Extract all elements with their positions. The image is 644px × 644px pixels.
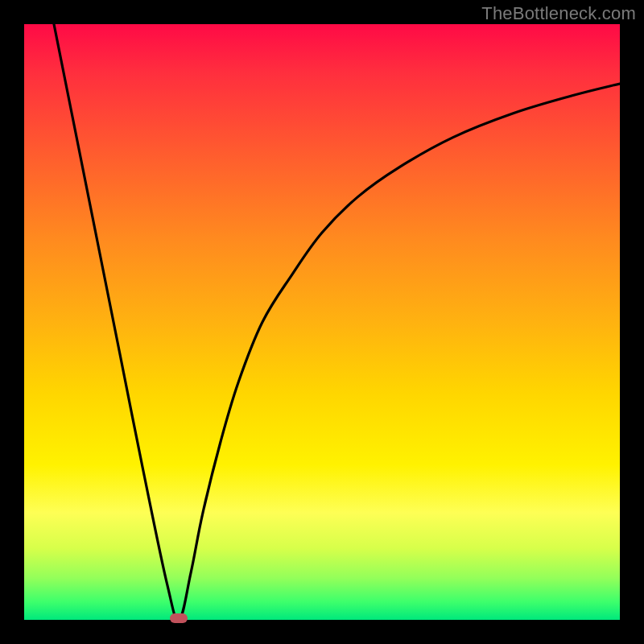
curve-path [54,24,620,620]
plot-area [24,24,620,620]
minimum-marker [170,613,188,623]
watermark-text: TheBottleneck.com [481,3,636,24]
chart-frame: TheBottleneck.com [0,0,644,644]
curve-svg [24,24,620,620]
